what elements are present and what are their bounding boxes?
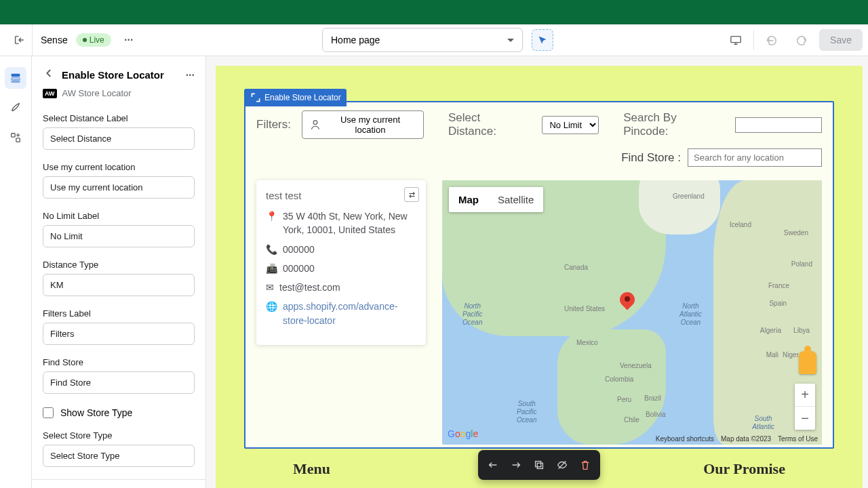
exit-button[interactable] xyxy=(5,24,33,56)
redo-icon xyxy=(795,34,808,46)
person-icon xyxy=(309,119,321,131)
save-button[interactable]: Save xyxy=(819,29,863,51)
map-ocean-label: NorthAtlanticOcean xyxy=(679,302,702,327)
live-badge: Live xyxy=(76,33,111,47)
field-label-select-store-type: Select Store Type xyxy=(43,430,195,441)
map-marker[interactable] xyxy=(620,292,635,314)
header-more-button[interactable]: ··· xyxy=(118,29,140,51)
map-country-label: Peru xyxy=(617,396,631,403)
hide-button[interactable] xyxy=(551,454,573,476)
undo-button[interactable] xyxy=(760,28,784,52)
checkbox-show-store-type[interactable] xyxy=(43,407,54,418)
map-country-label: Greenland xyxy=(673,192,705,200)
delete-button[interactable] xyxy=(574,454,596,476)
svg-rect-0 xyxy=(731,37,741,43)
preview-canvas: Enable Store Locator Filters: Use my cur… xyxy=(206,56,868,488)
remove-block-button[interactable]: Remove block xyxy=(32,479,205,488)
search-pincode-label: Search By Pincode: xyxy=(623,111,724,138)
use-location-button[interactable]: Use my current location xyxy=(302,110,424,139)
theme-settings-tab[interactable] xyxy=(5,97,26,119)
map-pin-icon: 📍 xyxy=(266,209,277,237)
input-filters-label[interactable] xyxy=(43,323,195,345)
map-attribution: Keyboard shortcuts Map data ©2023 Terms … xyxy=(656,435,818,443)
app-embeds-tab[interactable] xyxy=(5,127,26,148)
map-country-label: Spain xyxy=(769,300,787,307)
input-distance-type[interactable] xyxy=(43,274,195,296)
input-select-store-type[interactable] xyxy=(43,445,195,467)
page-selector[interactable]: Home page xyxy=(322,28,523,52)
keyboard-shortcuts-link[interactable]: Keyboard shortcuts xyxy=(656,435,714,443)
globe-icon: 🌐 xyxy=(266,300,277,327)
terms-link[interactable]: Terms of Use xyxy=(778,435,818,443)
app-name-label: AW Store Locator xyxy=(62,88,132,98)
find-store-input[interactable] xyxy=(688,148,822,167)
sidebar-more-button[interactable]: ··· xyxy=(186,69,195,81)
theme-preview: Enable Store Locator Filters: Use my cur… xyxy=(216,66,863,488)
map-data-label: Map data ©2023 xyxy=(721,435,771,443)
directions-button[interactable]: ⇄ xyxy=(404,187,419,202)
store-locator-block[interactable]: Filters: Use my current location Select … xyxy=(244,101,834,449)
label-show-store-type: Show Store Type xyxy=(60,407,132,418)
move-down-button[interactable] xyxy=(505,454,527,476)
trash-icon xyxy=(579,459,591,471)
field-label-distance-type: Distance Type xyxy=(43,260,195,270)
desktop-view-button[interactable] xyxy=(724,28,748,52)
map-country-label: Algeria xyxy=(760,327,781,334)
input-select-distance-label[interactable] xyxy=(43,127,195,150)
svg-rect-4 xyxy=(12,134,15,137)
map-type-map[interactable]: Map xyxy=(449,187,488,212)
move-up-button[interactable] xyxy=(482,454,504,476)
map-country-label: Brazil xyxy=(644,394,661,402)
input-use-location[interactable] xyxy=(43,176,195,199)
back-button[interactable] xyxy=(43,67,55,83)
arrow-down-icon xyxy=(510,459,522,471)
undo-icon xyxy=(766,34,778,46)
redo-button[interactable] xyxy=(789,28,814,52)
paintbrush-icon xyxy=(9,102,22,114)
map-pegman[interactable] xyxy=(799,351,816,374)
map-country-label: Libya xyxy=(793,327,810,334)
distance-select[interactable]: No Limit xyxy=(542,116,599,134)
map-country-label: Niger xyxy=(783,351,799,359)
exit-icon xyxy=(13,34,25,46)
select-distance-label: Select Distance: xyxy=(448,111,531,138)
duplicate-button[interactable] xyxy=(528,454,550,476)
map-country-label: France xyxy=(768,282,789,289)
inspector-button[interactable] xyxy=(532,29,553,51)
pincode-input[interactable] xyxy=(735,117,822,133)
map-zoom-in[interactable]: + xyxy=(795,384,815,407)
store-website-link[interactable]: apps.shopify.com/advance-store-locator xyxy=(283,300,416,327)
svg-rect-2 xyxy=(12,78,20,80)
sections-tab[interactable] xyxy=(5,67,26,89)
block-toolbar xyxy=(478,450,600,480)
svg-rect-3 xyxy=(12,81,20,83)
store-address: 35 W 40th St, New York, New York, 10001,… xyxy=(283,209,416,237)
left-rail xyxy=(0,56,32,488)
store-phone: 000000 xyxy=(283,243,315,256)
svg-rect-1 xyxy=(12,74,20,77)
theme-name: Sense xyxy=(33,35,76,45)
sidebar-title: Enable Store Locator xyxy=(62,69,179,81)
arrow-up-icon xyxy=(487,459,499,471)
map-ocean-label: SouthPacificOcean xyxy=(517,400,536,424)
app-header: Sense Live ··· Home page Save xyxy=(0,24,868,56)
eye-off-icon xyxy=(556,459,568,471)
store-card[interactable]: ⇄ test test 📍35 W 40th St, New York, New… xyxy=(256,180,426,345)
map-country-label: Canada xyxy=(564,264,588,271)
block-selection-tag[interactable]: Enable Store Locator xyxy=(244,89,347,106)
map-zoom-out[interactable]: − xyxy=(795,407,815,430)
map-container[interactable]: NorthPacificOcean NorthAtlanticOcean Sou… xyxy=(442,180,822,445)
input-find-store[interactable] xyxy=(43,371,195,394)
input-no-limit-label[interactable] xyxy=(43,225,195,247)
chevron-left-icon xyxy=(43,67,55,79)
map-type-satellite[interactable]: Satellite xyxy=(488,187,543,212)
app-name-row: AW AW Store Locator xyxy=(32,88,205,108)
map-country-label: Sweden xyxy=(784,229,808,237)
sections-icon xyxy=(9,72,22,84)
svg-point-6 xyxy=(313,121,317,125)
phone-icon: 📞 xyxy=(266,243,277,256)
map-country-label: Bolivia xyxy=(646,411,665,418)
map-country-label: United States xyxy=(564,305,605,312)
field-label-no-limit: No Limit Label xyxy=(43,211,195,221)
settings-sidebar: Enable Store Locator ··· AW AW Store Loc… xyxy=(32,56,206,488)
